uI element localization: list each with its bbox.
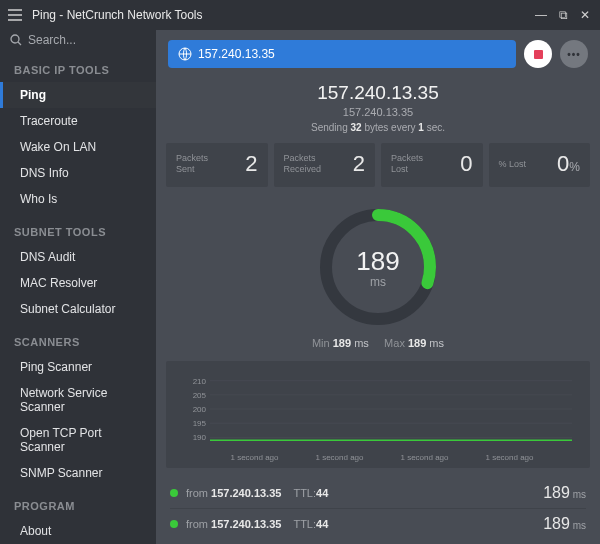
sending-line: Sending 32 bytes every 1 sec. bbox=[156, 122, 600, 133]
search-input[interactable]: Search... bbox=[0, 30, 156, 50]
svg-text:200: 200 bbox=[193, 405, 207, 414]
stat-packets-sent: Packets Sent 2 bbox=[166, 143, 268, 187]
svg-text:210: 210 bbox=[193, 377, 207, 386]
search-placeholder: Search... bbox=[28, 33, 76, 47]
chart-x-label: 1 second ago bbox=[230, 453, 278, 462]
window-title: Ping - NetCrunch Network Tools bbox=[30, 8, 535, 22]
log-row: from 157.240.13.35TTL:44189 ms bbox=[170, 478, 586, 509]
sidebar-item-network-service-scanner[interactable]: Network Service Scanner bbox=[0, 380, 156, 420]
titlebar: Ping - NetCrunch Network Tools — ⧉ ✕ bbox=[0, 0, 600, 30]
sidebar-section-title: SCANNERS bbox=[0, 322, 156, 354]
chart-svg: 190195200205210 bbox=[174, 371, 582, 451]
result-header: 157.240.13.35 157.240.13.35 Sending 32 b… bbox=[156, 78, 600, 143]
sidebar-item-mac-resolver[interactable]: MAC Resolver bbox=[0, 270, 156, 296]
sidebar-item-snmp-scanner[interactable]: SNMP Scanner bbox=[0, 460, 156, 486]
sidebar-item-subnet-calculator[interactable]: Subnet Calculator bbox=[0, 296, 156, 322]
status-dot-icon bbox=[170, 520, 178, 528]
sidebar-section-title: BASIC IP TOOLS bbox=[0, 50, 156, 82]
chart-x-label: 1 second ago bbox=[315, 453, 363, 462]
more-button[interactable]: ••• bbox=[560, 40, 588, 68]
address-value: 157.240.13.35 bbox=[198, 47, 275, 61]
ping-log: from 157.240.13.35TTL:44189 msfrom 157.2… bbox=[156, 478, 600, 539]
chart-x-label: 1 second ago bbox=[485, 453, 533, 462]
log-row: from 157.240.13.35TTL:44189 ms bbox=[170, 509, 586, 539]
stat-packets-received: Packets Received 2 bbox=[274, 143, 376, 187]
main-panel: 157.240.13.35 ••• 157.240.13.35 157.240.… bbox=[156, 30, 600, 544]
stop-button[interactable] bbox=[524, 40, 552, 68]
maximize-button[interactable]: ⧉ bbox=[559, 8, 568, 22]
sidebar-item-ping-scanner[interactable]: Ping Scanner bbox=[0, 354, 156, 380]
minimize-button[interactable]: — bbox=[535, 8, 547, 22]
svg-text:190: 190 bbox=[193, 433, 207, 442]
sidebar-item-who-is[interactable]: Who Is bbox=[0, 186, 156, 212]
svg-point-0 bbox=[11, 35, 19, 43]
menu-button[interactable] bbox=[0, 9, 30, 21]
gauge-unit: ms bbox=[370, 275, 386, 289]
status-dot-icon bbox=[170, 489, 178, 497]
globe-icon bbox=[178, 47, 192, 61]
sidebar-item-open-tcp-port-scanner[interactable]: Open TCP Port Scanner bbox=[0, 420, 156, 460]
ip-secondary: 157.240.13.35 bbox=[156, 106, 600, 118]
svg-line-1 bbox=[18, 42, 21, 45]
minmax-line: Min 189 ms Max 189 ms bbox=[156, 337, 600, 361]
ip-primary: 157.240.13.35 bbox=[156, 82, 600, 104]
svg-text:205: 205 bbox=[193, 391, 207, 400]
sidebar-item-ping[interactable]: Ping bbox=[0, 82, 156, 108]
sidebar-section-title: PROGRAM bbox=[0, 486, 156, 518]
sidebar-item-wake-on-lan[interactable]: Wake On LAN bbox=[0, 134, 156, 160]
hamburger-icon bbox=[8, 9, 22, 21]
sidebar-section-title: SUBNET TOOLS bbox=[0, 212, 156, 244]
address-input[interactable]: 157.240.13.35 bbox=[168, 40, 516, 68]
latency-gauge: 189 ms bbox=[316, 205, 440, 329]
sidebar-item-traceroute[interactable]: Traceroute bbox=[0, 108, 156, 134]
stop-icon bbox=[534, 50, 543, 59]
sidebar-item-about[interactable]: About bbox=[0, 518, 156, 544]
stats-row: Packets Sent 2 Packets Received 2 Packet… bbox=[156, 143, 600, 187]
latency-chart: 190195200205210 1 second ago1 second ago… bbox=[166, 361, 590, 468]
sidebar: Search... BASIC IP TOOLSPingTracerouteWa… bbox=[0, 30, 156, 544]
search-icon bbox=[10, 34, 22, 46]
sidebar-item-dns-audit[interactable]: DNS Audit bbox=[0, 244, 156, 270]
chart-x-label: 1 second ago bbox=[400, 453, 448, 462]
gauge-value: 189 bbox=[356, 246, 399, 277]
stat-packets-lost: Packets Lost 0 bbox=[381, 143, 483, 187]
sidebar-item-dns-info[interactable]: DNS Info bbox=[0, 160, 156, 186]
svg-text:195: 195 bbox=[193, 419, 207, 428]
ellipsis-icon: ••• bbox=[567, 49, 581, 60]
stat-percent-lost: % Lost 0% bbox=[489, 143, 591, 187]
close-button[interactable]: ✕ bbox=[580, 8, 590, 22]
